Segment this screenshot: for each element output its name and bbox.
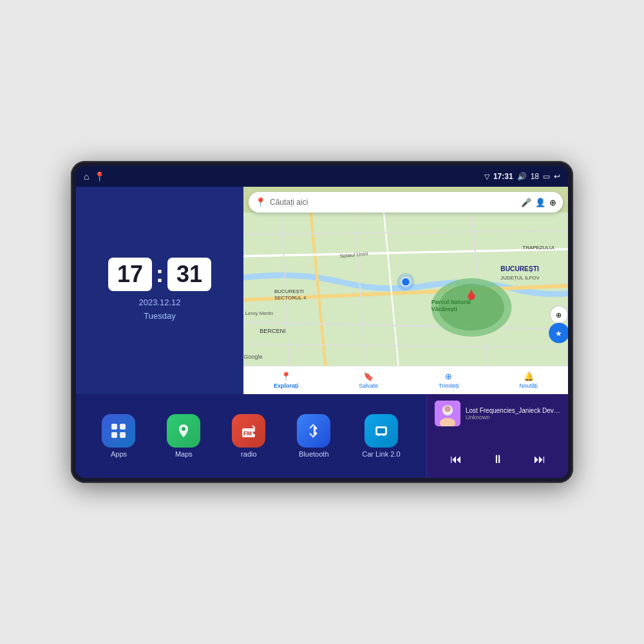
status-time: 17:31 — [493, 172, 513, 181]
svg-text:SECTORUL 4: SECTORUL 4 — [274, 295, 307, 301]
maps-pin-icon — [175, 422, 193, 440]
main-content: 17 : 31 2023.12.12 Tuesday 📍 Căutați aic… — [76, 187, 568, 478]
device-screen: ⌂ 📍 ▽ 17:31 🔊 18 ▭ ↩ 17 : — [76, 166, 568, 478]
radio-svg-icon: FM — [240, 422, 258, 440]
album-art — [435, 401, 460, 426]
svg-point-29 — [397, 273, 414, 290]
carlink-svg-icon — [372, 422, 390, 440]
music-artist: Unknown — [466, 414, 560, 421]
clock-display: 17 : 31 — [108, 258, 211, 291]
radio-app-icon: FM — [232, 414, 265, 448]
car-display-device: ⌂ 📍 ▽ 17:31 🔊 18 ▭ ↩ 17 : — [71, 161, 573, 483]
music-title: Lost Frequencies_Janieck Devy-... — [466, 407, 560, 414]
bluetooth-label: Bluetooth — [299, 450, 328, 458]
news-icon: 🔔 — [524, 372, 534, 381]
svg-rect-42 — [377, 428, 385, 433]
carlink-app-icon — [365, 414, 398, 448]
apps-icon — [102, 414, 135, 448]
volume-icon: 🔊 — [517, 172, 527, 181]
explore-label: Explorați — [274, 383, 299, 389]
mic-icon[interactable]: 🎤 — [521, 198, 531, 207]
radio-label: radio — [241, 450, 256, 458]
svg-text:TRAPEZULUI: TRAPEZULUI — [522, 245, 554, 251]
send-label: Trimiteți — [439, 383, 459, 389]
maps-nav-icon[interactable]: 📍 — [94, 171, 105, 182]
battery-icon: ▭ — [543, 172, 550, 181]
home-icon[interactable]: ⌂ — [84, 171, 89, 182]
apps-grid-icon — [109, 422, 128, 440]
map-search-bar[interactable]: 📍 Căutați aici 🎤 👤 ⊕ — [249, 192, 563, 213]
bluetooth-app-icon — [297, 414, 330, 448]
status-right-info: ▽ 17:31 🔊 18 ▭ ↩ — [484, 172, 560, 181]
svg-rect-33 — [120, 424, 126, 430]
svg-point-44 — [383, 433, 385, 436]
map-bottom-nav: 📍 Explorați 🔖 Salvate ⊕ Trimiteți 🔔 — [243, 366, 568, 394]
svg-rect-34 — [111, 432, 117, 438]
top-section: 17 : 31 2023.12.12 Tuesday 📍 Căutați aic… — [76, 187, 568, 394]
svg-point-36 — [182, 427, 185, 431]
map-nav-send[interactable]: ⊕ Trimiteți — [439, 372, 459, 389]
svg-text:⊕: ⊕ — [556, 311, 562, 319]
status-left-nav: ⌂ 📍 — [84, 171, 105, 182]
map-nav-saved[interactable]: 🔖 Salvate — [359, 372, 378, 389]
maps-label: Maps — [175, 450, 193, 458]
carlink-label: Car Link 2.0 — [362, 450, 400, 458]
svg-text:FM: FM — [243, 430, 252, 437]
svg-text:BERCENI: BERCENI — [260, 328, 285, 334]
map-nav-news[interactable]: 🔔 Noutăți — [520, 372, 538, 389]
svg-text:Leroy Merlin: Leroy Merlin — [245, 310, 274, 316]
map-search-icons: 🎤 👤 ⊕ — [521, 198, 556, 207]
volume-level: 18 — [531, 172, 539, 181]
map-svg: Parcul Natural Văcărești BUCUREȘTI JUDEȚ… — [243, 213, 568, 366]
music-text: Lost Frequencies_Janieck Devy-... Unknow… — [466, 407, 560, 421]
svg-line-39 — [252, 426, 255, 428]
app-item-maps[interactable]: Maps — [167, 414, 200, 458]
layer-icon[interactable]: ⊕ — [549, 198, 556, 207]
music-thumbnail — [435, 401, 460, 426]
signal-icon: ▽ — [484, 173, 489, 181]
music-info-row: Lost Frequencies_Janieck Devy-... Unknow… — [435, 401, 560, 426]
next-button[interactable]: ⏭ — [531, 450, 548, 469]
clock-date: 2023.12.12 Tuesday — [138, 296, 180, 323]
svg-text:Văcărești: Văcărești — [431, 306, 457, 312]
svg-text:JUDEȚUL ILFOV: JUDEȚUL ILFOV — [500, 275, 540, 281]
bluetooth-svg-icon — [305, 422, 323, 440]
saved-icon: 🔖 — [363, 372, 374, 381]
clock-minute: 31 — [167, 258, 211, 291]
svg-text:★: ★ — [555, 329, 562, 338]
news-label: Noutăți — [520, 383, 538, 389]
prev-button[interactable]: ⏮ — [448, 450, 464, 469]
music-controls: ⏮ ⏸ ⏭ — [435, 448, 560, 471]
back-icon[interactable]: ↩ — [554, 172, 560, 181]
svg-point-40 — [253, 431, 256, 434]
user-icon[interactable]: 👤 — [535, 198, 545, 207]
map-widget: 📍 Căutați aici 🎤 👤 ⊕ — [243, 187, 568, 394]
map-background: Parcul Natural Văcărești BUCUREȘTI JUDEȚ… — [243, 213, 568, 366]
svg-point-48 — [444, 406, 451, 412]
svg-rect-35 — [120, 432, 126, 438]
app-item-radio[interactable]: FM radio — [232, 414, 265, 458]
maps-app-icon — [167, 414, 200, 448]
app-item-bluetooth[interactable]: Bluetooth — [297, 414, 330, 458]
send-icon: ⊕ — [445, 372, 452, 381]
music-thumb-image — [435, 401, 460, 426]
map-nav-explore[interactable]: 📍 Explorați — [274, 372, 299, 389]
svg-point-43 — [377, 433, 380, 436]
apps-row: Apps Maps — [76, 394, 426, 478]
saved-label: Salvate — [359, 383, 378, 389]
app-item-carlink[interactable]: Car Link 2.0 — [362, 414, 400, 458]
clock-hour: 17 — [108, 258, 152, 291]
clock-colon: : — [156, 261, 164, 288]
app-item-apps[interactable]: Apps — [102, 414, 135, 458]
map-pin-icon: 📍 — [255, 197, 266, 207]
svg-text:Google: Google — [243, 354, 262, 360]
play-pause-button[interactable]: ⏸ — [489, 450, 506, 469]
clock-widget: 17 : 31 2023.12.12 Tuesday — [76, 187, 243, 394]
svg-text:Parcul Natural: Parcul Natural — [431, 299, 471, 305]
bottom-section: Apps Maps — [76, 394, 568, 478]
svg-text:BUCUREȘTI: BUCUREȘTI — [500, 265, 539, 272]
svg-text:BUCUREȘTI: BUCUREȘTI — [274, 289, 304, 294]
status-bar: ⌂ 📍 ▽ 17:31 🔊 18 ▭ ↩ — [76, 166, 568, 187]
map-search-text: Căutați aici — [270, 198, 517, 207]
svg-rect-32 — [111, 424, 117, 430]
